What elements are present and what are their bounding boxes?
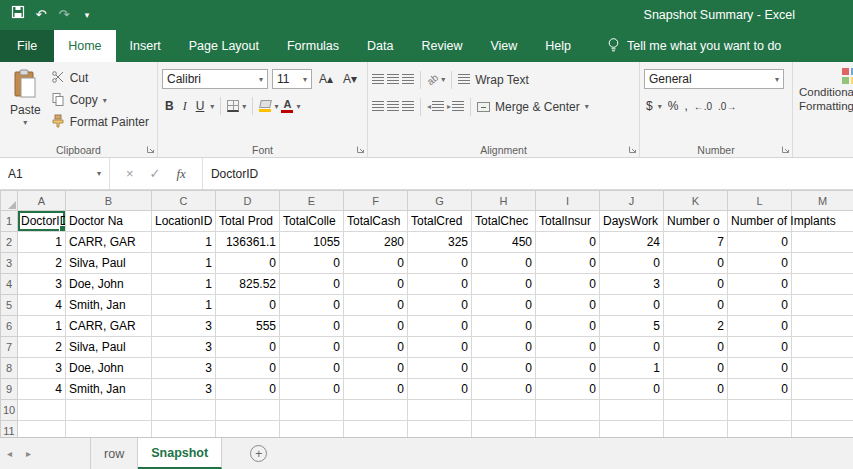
cell-I1[interactable]: TotalInsur [536,211,600,232]
cell-A11[interactable] [18,421,66,438]
cell-I5[interactable]: 0 [536,295,600,316]
cell-G11[interactable] [408,421,472,438]
cell-H7[interactable]: 0 [472,337,536,358]
align-right-button[interactable] [402,101,414,112]
cell-M6[interactable] [792,316,853,337]
row-header-8[interactable]: 8 [1,358,18,379]
cell-I9[interactable]: 0 [536,379,600,400]
cell-M7[interactable] [792,337,853,358]
decrease-decimal-button[interactable]: .0→ [718,101,736,112]
cell-F3[interactable]: 0 [344,253,408,274]
cell-E1[interactable]: TotalColle [280,211,344,232]
row-header-10[interactable]: 10 [1,400,18,421]
align-top-button[interactable] [372,74,384,85]
sheet-nav-right-icon[interactable]: ▸ [19,438,38,469]
cell-B9[interactable]: Smith, Jan [66,379,152,400]
cell-G2[interactable]: 325 [408,232,472,253]
cell-J11[interactable] [600,421,664,438]
accounting-format-button[interactable]: $ ▾ [646,99,662,113]
cell-E4[interactable]: 0 [280,274,344,295]
cell-G6[interactable]: 0 [408,316,472,337]
cell-L9[interactable]: 0 [728,379,792,400]
formula-input[interactable]: DoctorID [203,158,853,189]
cell-G5[interactable]: 0 [408,295,472,316]
cell-A4[interactable]: 3 [18,274,66,295]
increase-font-size-button[interactable]: A▴ [316,72,336,86]
cell-B5[interactable]: Smith, Jan [66,295,152,316]
cell-F10[interactable] [344,400,408,421]
cell-K4[interactable]: 0 [664,274,728,295]
font-name-select[interactable]: Calibri ▾ [162,69,268,89]
cell-D10[interactable] [216,400,280,421]
cell-H2[interactable]: 450 [472,232,536,253]
cell-B11[interactable] [66,421,152,438]
cell-C9[interactable]: 3 [152,379,216,400]
sheet-nav-left-icon[interactable]: ◂ [0,438,19,469]
column-header-K[interactable]: K [664,191,728,211]
column-header-D[interactable]: D [216,191,280,211]
cell-M8[interactable] [792,358,853,379]
cell-J3[interactable]: 0 [600,253,664,274]
cell-B8[interactable]: Doe, John [66,358,152,379]
cell-D8[interactable]: 0 [216,358,280,379]
ribbon-tab-formulas[interactable]: Formulas [273,30,353,62]
cell-M5[interactable] [792,295,853,316]
copy-button[interactable]: Copy ▾ [47,89,153,111]
comma-style-button[interactable]: , [684,99,687,113]
cell-K5[interactable]: 0 [664,295,728,316]
sheet-tab-snapshot[interactable]: Snapshot [138,438,222,469]
ribbon-tab-view[interactable]: View [476,30,531,62]
number-format-select[interactable]: General ▾ [644,69,784,89]
row-header-6[interactable]: 6 [1,316,18,337]
cell-B4[interactable]: Doe, John [66,274,152,295]
cell-J6[interactable]: 5 [600,316,664,337]
cell-L3[interactable]: 0 [728,253,792,274]
save-button[interactable] [8,5,28,25]
cell-B10[interactable] [66,400,152,421]
cell-D5[interactable]: 0 [216,295,280,316]
row-header-1[interactable]: 1 [1,211,18,232]
cell-A3[interactable]: 2 [18,253,66,274]
cell-F5[interactable]: 0 [344,295,408,316]
cell-L4[interactable]: 0 [728,274,792,295]
cell-K6[interactable]: 2 [664,316,728,337]
cell-J4[interactable]: 3 [600,274,664,295]
cell-I10[interactable] [536,400,600,421]
cell-F6[interactable]: 0 [344,316,408,337]
qat-customize-button[interactable]: ▾ [77,5,97,25]
ribbon-tab-help[interactable]: Help [531,30,585,62]
sheet-tab-row[interactable]: row [90,438,138,469]
cell-I4[interactable]: 0 [536,274,600,295]
cell-G3[interactable]: 0 [408,253,472,274]
row-header-3[interactable]: 3 [1,253,18,274]
cell-C7[interactable]: 3 [152,337,216,358]
font-color-button[interactable]: A [281,99,293,113]
cell-J8[interactable]: 1 [600,358,664,379]
number-dialog-launcher[interactable] [781,145,790,154]
cell-C1[interactable]: LocationID [152,211,216,232]
format-painter-button[interactable]: Format Painter [47,111,153,133]
cell-D4[interactable]: 825.52 [216,274,280,295]
align-bottom-button[interactable] [402,74,414,85]
cell-L6[interactable]: 0 [728,316,792,337]
font-dialog-launcher[interactable] [356,145,365,154]
cell-L2[interactable]: 0 [728,232,792,253]
cell-B7[interactable]: Silva, Paul [66,337,152,358]
column-header-G[interactable]: G [408,191,472,211]
cell-F11[interactable] [344,421,408,438]
cell-H3[interactable]: 0 [472,253,536,274]
cell-L5[interactable]: 0 [728,295,792,316]
cell-B1[interactable]: Doctor Na [66,211,152,232]
cell-D1[interactable]: Total Prod [216,211,280,232]
ribbon-tab-review[interactable]: Review [407,30,476,62]
column-header-E[interactable]: E [280,191,344,211]
percent-style-button[interactable]: % [668,99,679,113]
cell-A10[interactable] [18,400,66,421]
cell-A8[interactable]: 3 [18,358,66,379]
cell-C8[interactable]: 3 [152,358,216,379]
cell-I2[interactable]: 0 [536,232,600,253]
cell-F8[interactable]: 0 [344,358,408,379]
cell-M4[interactable] [792,274,853,295]
ribbon-tab-home[interactable]: Home [54,30,115,62]
cell-F1[interactable]: TotalCash [344,211,408,232]
